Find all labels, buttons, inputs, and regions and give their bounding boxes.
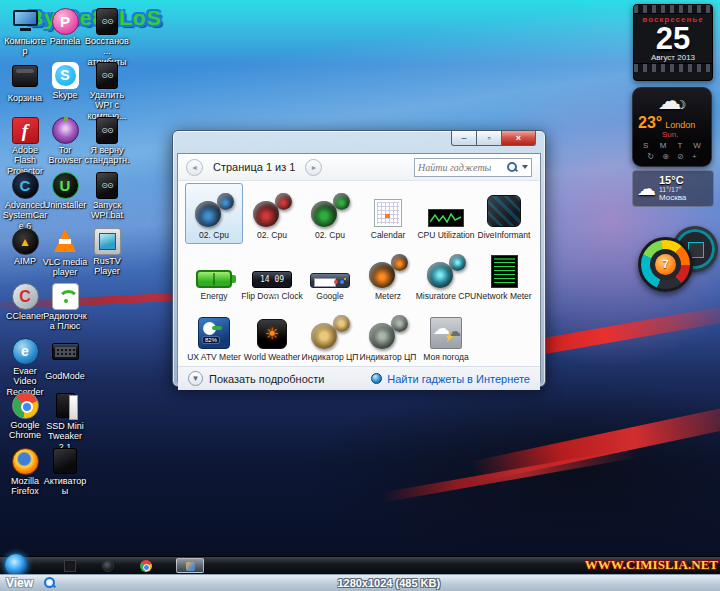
taskbar-app-icon[interactable] (102, 560, 114, 572)
city-name: London (665, 120, 695, 130)
flip-clock-icon: 14 09 26 (252, 271, 292, 288)
gadget-tile-flip-clock[interactable]: 14 09 26 Flip Down Clock (243, 244, 301, 305)
cpu-orbs-red-icon (251, 193, 293, 227)
taskbar-active-task[interactable] (176, 558, 204, 573)
desktop-icon-wpi-bat[interactable]: Запуск WPI.bat (84, 172, 130, 221)
icon-label: Активаторы (42, 476, 88, 497)
desktop: By De8bLoS Компьютер Pamela Восстанов...… (0, 0, 720, 591)
next-page-button[interactable]: ► (305, 159, 322, 176)
show-details-chevron-icon[interactable]: ▼ (188, 371, 203, 386)
gadget-tile-calendar[interactable]: Calendar (359, 183, 417, 244)
gadget-name: World Weather (244, 352, 300, 362)
systemcare-icon (12, 172, 39, 199)
uninstaller-icon (52, 172, 79, 199)
taskbar-chrome-icon[interactable] (140, 560, 152, 572)
car-shadow (300, 380, 720, 550)
pamela-icon (52, 8, 79, 35)
weather-gadget-moscow[interactable]: ☁ 15°C 11°/17° Москва (632, 170, 714, 207)
gadget-tile-cpu-green[interactable]: 02. Cpu (301, 183, 359, 244)
search-input[interactable] (418, 162, 507, 173)
recycle-bin-icon (12, 65, 38, 87)
desktop-icon-rustv[interactable]: RusTV Player (84, 228, 130, 277)
cpu-gauge-camo-icon (367, 315, 409, 349)
desktop-icon-vlc[interactable]: VLC media player (42, 228, 88, 278)
viewer-status-bar: View 1280x1024 (485 KB) (0, 574, 720, 591)
desktop-icon-ssd-tweaker[interactable]: SSD Mini Tweaker 2.1 (42, 392, 88, 452)
desktop-icon-activators[interactable]: Активаторы (42, 448, 88, 497)
site-watermark: WWW.CIMISLIA.NET (585, 557, 718, 573)
desktop-icon-radiotochka[interactable]: Радиоточка Плюс (42, 283, 88, 332)
calendar-gadget[interactable]: воскресенье 25 Август 2013 (633, 4, 713, 81)
minimize-button[interactable]: – (451, 131, 477, 146)
gadget-tile-network-meter[interactable]: Network Meter (475, 244, 533, 305)
gadget-tile-cpu-blue[interactable]: 02. Cpu (185, 183, 243, 244)
gadget-name: Meterz (375, 291, 401, 301)
gallery-footer: ▼ Показать подробности Найти гаджеты в И… (178, 366, 540, 390)
gauge-value: 7 (655, 254, 676, 275)
gadget-tile-cpu-utilization[interactable]: CPU Utilization (417, 183, 475, 244)
gadget-name: 02. Cpu (199, 230, 229, 240)
my-weather-icon: ☁☁⚡ (430, 317, 462, 349)
gadget-tile-world-weather[interactable]: ☀ World Weather (243, 305, 301, 366)
maximize-button[interactable]: ▫ (477, 131, 502, 146)
gadget-name: Google (316, 291, 343, 301)
view-label: View (6, 576, 33, 590)
gadget-tile-ux-atv-meter[interactable]: 82% UX ATV Meter (185, 305, 243, 366)
icon-label: RusTV Player (84, 256, 130, 277)
radio-icon (52, 283, 79, 310)
desktop-icon-skype[interactable]: Skype (42, 62, 88, 100)
gadget-name: Calendar (371, 230, 406, 240)
ssd-tweaker-icon (56, 393, 75, 418)
gadget-tile-cpu-indicator-camo[interactable]: Индикатор ЦП (359, 305, 417, 366)
ccleaner-icon (12, 283, 39, 310)
week-days-row[interactable]: S M T W (638, 141, 706, 150)
gadget-tile-google[interactable]: Google (301, 244, 359, 305)
taskbar-app-icon[interactable] (64, 560, 76, 572)
cpu-gauge-gadget[interactable]: 7 (638, 226, 718, 292)
film-strip-top (634, 5, 712, 14)
search-dropdown-icon[interactable] (522, 165, 528, 169)
gadget-name: Network Meter (476, 291, 531, 301)
godmode-icon (52, 343, 79, 360)
firefox-icon (12, 448, 39, 475)
desktop-icon-pamela[interactable]: Pamela (42, 8, 88, 46)
moon-icon: ☽ (676, 98, 687, 112)
rustv-icon (94, 228, 121, 255)
close-button[interactable]: × (502, 131, 536, 146)
city-name: Москва (659, 194, 686, 203)
icon-label: Tor Browser (42, 145, 88, 166)
gadget-name: 02. Cpu (315, 230, 345, 240)
prev-page-button[interactable]: ◄ (186, 159, 203, 176)
find-gadgets-online-link[interactable]: Найти гаджеты в Интернете (371, 373, 530, 385)
gadget-tile-cpu-red[interactable]: 02. Cpu (243, 183, 301, 244)
desktop-icon-restore-defaults[interactable]: Я верну стандартн... (84, 117, 130, 176)
desktop-icon-tor-browser[interactable]: Tor Browser (42, 117, 88, 166)
tor-icon (52, 117, 79, 144)
gadget-tile-diveinformant[interactable]: DiveInformant (475, 183, 533, 244)
search-icon[interactable] (507, 162, 518, 173)
gadget-tile-cpu-indicator-gold[interactable]: Индикатор ЦП (301, 305, 359, 366)
weather-gadget-london[interactable]: ☁☽ 23° London Sun. S M T W ↻ ⊕ ⊘ + (632, 87, 712, 167)
batch-file-icon (96, 172, 118, 199)
gadget-tile-energy[interactable]: Energy (185, 244, 243, 305)
cloud-icon: ☁ (637, 179, 656, 198)
icon-label: Pamela (42, 36, 88, 46)
desktop-icon-remove-wpi[interactable]: Удалить WPI с компью... (84, 62, 130, 121)
desktop-icon-uninstaller[interactable]: Uninstaller (42, 172, 88, 210)
google-search-icon (310, 273, 350, 288)
aimp-icon (12, 228, 39, 255)
gadget-search-box[interactable] (414, 158, 532, 177)
desktop-icon-godmode[interactable]: GodMode (42, 338, 88, 381)
calendar-icon (374, 199, 402, 227)
gadget-tile-meterz[interactable]: Meterz (359, 244, 417, 305)
show-details-label[interactable]: Показать подробности (209, 373, 324, 385)
gadget-tile-misuratore-cpu[interactable]: Misuratore CPU (417, 244, 475, 305)
page-label: Страница 1 из 1 (213, 161, 295, 173)
batch-file-icon (96, 117, 118, 144)
start-button[interactable] (5, 554, 27, 576)
weekday-abbrev: Sun. (662, 130, 706, 139)
gadget-tile-my-weather[interactable]: ☁☁⚡ Моя погода (417, 305, 475, 366)
weather-toolbar-icons[interactable]: ↻ ⊕ ⊘ + (638, 152, 706, 161)
drive-icon (487, 195, 521, 227)
zoom-magnifier-icon[interactable] (44, 577, 56, 589)
